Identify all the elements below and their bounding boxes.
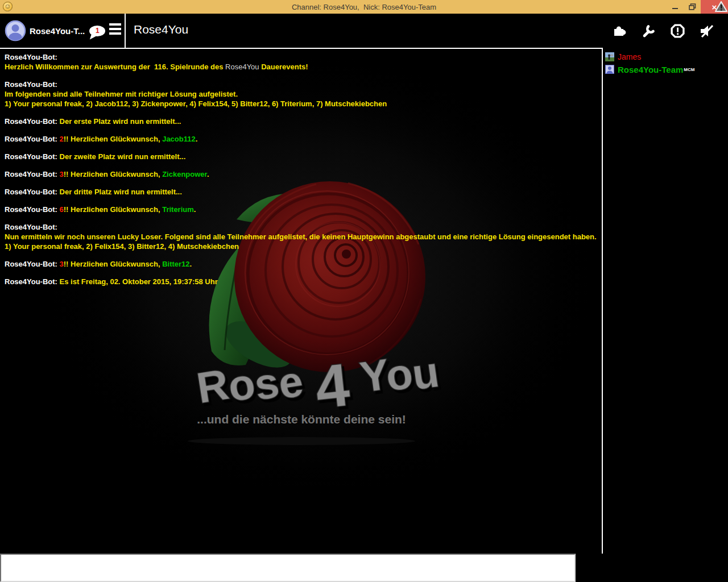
chat-text-bot: Rose4You-Bot: [5,53,57,61]
window-titlebar: ☺ Channel: Rose4You, Nick: Rose4You-Team… [0,0,728,14]
chat-text-bot: Rose4You-Bot: [5,188,60,196]
chat-text-y: Dauerevents! [259,63,308,71]
user-name: James [618,52,641,61]
message-input-row [0,554,603,582]
channel-header: Rose4You-T... 1 Rose4You [0,14,728,48]
chat-message: Rose4You-Bot: 2!! Herzlichen Glückwunsch… [5,134,597,144]
window-title: Channel: Rose4You, Nick: Rose4You-Team [0,3,728,11]
chat-message: Rose4You-Bot: 3!! Herzlichen Glückwunsch… [5,259,597,269]
settings-wrench-icon[interactable] [641,23,656,39]
chat-text-bot: Rose4You-Bot: [5,80,57,89]
unread-messages-bubble-icon[interactable]: 1 [89,26,105,36]
chat-text-g: Zickenpower [162,170,207,178]
chat-text-y: . [196,135,198,143]
profile-box: Rose4You-T... 1 [0,14,125,48]
chat-text-y: Herzlich Willkommen zur Auswertung der 1… [5,63,225,71]
chat-text-r: 2 [60,135,64,143]
restore-button[interactable] [684,0,701,14]
chat-message: Rose4You-Bot: 6!! Herzlichen Glückwunsch… [5,205,597,214]
app-smiley-icon: ☺ [3,2,13,11]
alert-octagon-icon[interactable] [670,23,685,39]
chat-text-bot: Rose4You-Bot: [5,170,60,178]
chat-text-y: Der erste Platz wird nun ermittelt... [60,117,181,126]
chat-text-bot: Rose4You-Bot: [5,152,60,161]
chat-text-bot: Rose4You-Bot: [5,223,57,231]
logo-text: Rose 4 You [193,346,443,427]
restore-icon [689,3,696,10]
chat-message: Rose4You-Bot: Der erste Platz wird nun e… [5,117,597,126]
userlist-item-rose4you-team[interactable]: Rose4You-TeamMCM [605,63,726,76]
apps-puzzle-icon[interactable] [612,23,627,39]
chat-message: Rose4You-Bot:Nun ermitteln wir noch unse… [5,222,597,251]
chat-text-r: 3 [60,260,64,268]
chat-message: Rose4You-Bot:Im folgenden sind alle Teil… [5,80,597,109]
minimize-icon [672,8,678,9]
mcm-badge: MCM [684,67,694,72]
chat-text-y: . [190,260,192,268]
user-photo-avatar [605,52,614,61]
header-divider [125,14,126,48]
avatar[interactable] [5,20,26,41]
chat-text-y: 1) Your personal freak, 2) Jacob112, 3) … [5,99,387,108]
chat-message: Rose4You-Bot: Der dritte Platz wird nun … [5,187,597,197]
chat-text-g: Triterium [162,205,194,214]
chat-text-r: 6 [60,205,64,214]
warning-triangle-icon [715,1,727,12]
chat-text-g: Bitter12 [162,260,189,268]
userlist-item-james[interactable]: James [605,51,726,63]
chat-text-y: Es ist Freitag, 02. Oktober 2015, 19:37:… [60,277,218,286]
chat-message: Rose4You-Bot: Es ist Freitag, 02. Oktobe… [5,277,597,286]
userlist-sidebar: James Rose4You-TeamMCM [603,48,728,582]
chat-text-plain: Rose4You [225,63,259,71]
chat-area: Rose 4 You ...und die nächste könnte dei… [0,48,603,554]
chat-message: Rose4You-Bot: 3!! Herzlichen Glückwunsch… [5,169,597,179]
minimize-button[interactable] [667,0,684,14]
profile-name[interactable]: Rose4You-T... [30,26,85,36]
chat-message-list: Rose4You-Bot:Herzlich Willkommen zur Aus… [0,49,602,298]
chat-text-y: !! Herzlichen Glückwunsch, [64,135,162,143]
chat-text-y: . [194,205,196,214]
chat-text-bot: Rose4You-Bot: [5,135,60,143]
chat-message: Rose4You-Bot:Herzlich Willkommen zur Aus… [5,52,597,72]
chat-text-r: 3 [60,170,64,178]
logo-slogan: ...und die nächste könnte deine sein! [197,413,406,426]
user-default-avatar [605,65,614,74]
chat-text-y: !! Herzlichen Glückwunsch, [64,260,162,268]
chat-text-y: 1) Your personal freak, 2) Felix154, 3) … [5,242,239,251]
chat-message: Rose4You-Bot: Der zweite Platz wird nun … [5,152,597,161]
chat-text-y: Nun ermitteln wir noch unseren Lucky Los… [5,232,597,241]
chat-text-bot: Rose4You-Bot: [5,205,60,214]
chat-text-y: Der zweite Platz wird nun ermittelt... [60,152,186,161]
chat-text-y: . [207,170,209,178]
chat-text-y: Der dritte Platz wird nun ermittelt... [60,188,182,196]
channel-title: Rose4You [134,23,188,36]
chat-text-y: !! Herzlichen Glückwunsch, [64,205,162,214]
sound-muted-icon[interactable] [699,23,714,39]
user-name: Rose4You-Team [618,65,683,74]
header-toolbar [612,23,714,39]
menu-hamburger-icon[interactable] [109,23,122,37]
chat-text-g: Jacob112 [162,135,196,143]
chat-text-bot: Rose4You-Bot: [5,260,60,268]
chat-text-bot: Rose4You-Bot: [5,277,60,286]
chat-text-bot: Rose4You-Bot: [5,117,60,126]
chat-text-y: !! Herzlichen Glückwunsch, [64,170,162,178]
chat-text-y: Im folgenden sind alle Teilnehmer mit ri… [5,90,238,98]
chat-input[interactable] [0,554,576,582]
unread-count-badge: 1 [96,27,100,35]
